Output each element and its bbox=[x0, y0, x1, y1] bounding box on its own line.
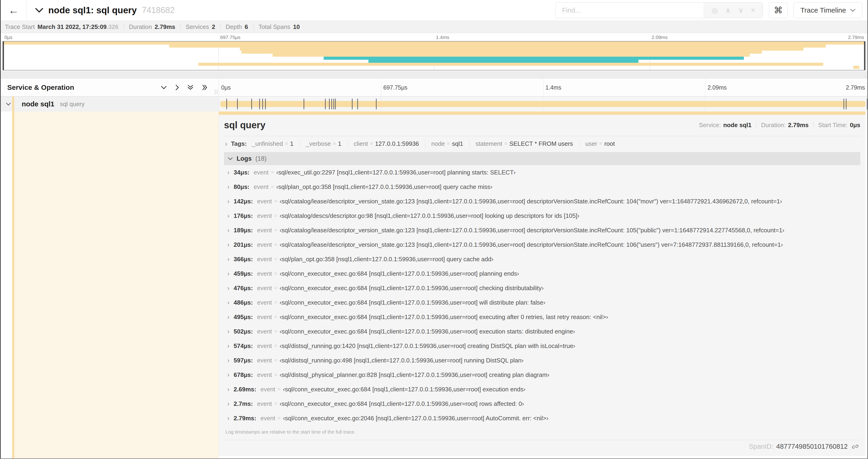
chevron-right-icon: › bbox=[227, 342, 229, 349]
collapse-trace-chevron-down-icon[interactable] bbox=[35, 8, 43, 13]
log-row[interactable]: ›476μs:event=‹sql/conn_executor_exec.go:… bbox=[224, 281, 860, 295]
log-field-value: ‹sql/plan_opt.go:358 [nsql1,client=127.0… bbox=[276, 183, 492, 191]
log-equals: = bbox=[274, 256, 277, 262]
log-equals: = bbox=[271, 169, 274, 175]
collapse-all-chevron-down-icon[interactable] bbox=[161, 86, 167, 89]
viewport-left-handle[interactable] bbox=[3, 41, 4, 70]
log-equals: = bbox=[274, 314, 277, 320]
tag-divider bbox=[300, 140, 300, 147]
log-field-value: ‹sql/conn_executor_exec.go:684 [nsql1,cl… bbox=[280, 285, 544, 292]
column-resize-handle[interactable] bbox=[215, 89, 217, 94]
summary-item: Trace Start March 31 2022, 17:25:09.326 bbox=[5, 23, 119, 31]
log-row[interactable]: ›495μs:event=‹sql/conn_executor_exec.go:… bbox=[224, 310, 860, 324]
locate-icon[interactable]: ◎ bbox=[711, 6, 718, 15]
chevron-right-icon: › bbox=[227, 299, 229, 306]
log-marker[interactable] bbox=[376, 99, 377, 109]
log-marker[interactable] bbox=[251, 99, 252, 109]
summary-divider bbox=[124, 24, 124, 30]
minimap-canvas[interactable] bbox=[3, 41, 865, 70]
view-selector-button[interactable]: Trace Timeline bbox=[794, 2, 862, 18]
log-timestamp: 2.69ms: bbox=[234, 386, 256, 393]
log-marker[interactable] bbox=[352, 99, 352, 109]
log-row[interactable]: ›502μs:event=‹sql/conn_executor_exec.go:… bbox=[224, 324, 860, 339]
log-timestamp: 459μs: bbox=[234, 270, 253, 277]
tag-item: statement=SELECT * FROM users bbox=[475, 140, 573, 147]
log-row[interactable]: ›34μs:event=‹sql/exec_util.go:2297 [nsql… bbox=[224, 165, 860, 179]
logs-accordian-header[interactable]: Logs (18) bbox=[224, 152, 860, 165]
deep-link-icon[interactable] bbox=[852, 443, 859, 450]
log-field-key: event bbox=[257, 328, 272, 335]
tags-accordian[interactable]: › Tags: _unfinished=1_verbose=1client=12… bbox=[224, 137, 860, 151]
summary-label: Duration bbox=[129, 23, 152, 31]
log-marker[interactable] bbox=[357, 99, 358, 109]
summary-item: Services 2 bbox=[186, 23, 215, 31]
next-match-icon[interactable]: ∨ bbox=[738, 6, 743, 15]
log-row[interactable]: ›142μs:event=‹sql/catalog/lease/descript… bbox=[224, 194, 860, 208]
view-selector-label: Trace Timeline bbox=[800, 6, 846, 14]
clear-search-icon[interactable]: × bbox=[751, 6, 755, 14]
log-field-value: ‹sql/catalog/descs/descriptor.go:98 [nsq… bbox=[280, 212, 579, 220]
span-collapse-chevron-down-icon[interactable] bbox=[6, 102, 11, 106]
log-field-key: event bbox=[260, 415, 275, 422]
find-input[interactable] bbox=[556, 3, 704, 18]
log-marker[interactable] bbox=[329, 99, 330, 109]
log-timestamp: 495μs: bbox=[234, 314, 253, 321]
log-marker[interactable] bbox=[325, 99, 326, 109]
expand-one-chevron-right-icon[interactable] bbox=[175, 85, 179, 91]
log-marker[interactable] bbox=[331, 99, 332, 109]
log-marker[interactable] bbox=[226, 99, 227, 109]
log-field-key: event bbox=[257, 357, 272, 364]
span-bar-cell[interactable] bbox=[219, 97, 867, 111]
timeline-grid-header: Service & Operation 0μs697.75μs1.4ms2.09… bbox=[1, 78, 867, 97]
chevron-right-icon: › bbox=[227, 328, 229, 335]
tag-equals: = bbox=[370, 141, 373, 147]
log-marker[interactable] bbox=[265, 99, 266, 109]
log-marker[interactable] bbox=[867, 99, 868, 109]
log-field-value: ‹sql/catalog/lease/descriptor_version_st… bbox=[280, 198, 782, 205]
viewport-right-handle[interactable] bbox=[864, 41, 865, 70]
log-row[interactable]: ›574μs:event=‹sql/distsql_running.go:142… bbox=[224, 339, 860, 353]
back-button[interactable]: ← bbox=[1, 0, 27, 21]
log-marker[interactable] bbox=[843, 99, 844, 109]
log-equals: = bbox=[274, 299, 277, 305]
log-marker[interactable] bbox=[259, 99, 260, 109]
log-marker[interactable] bbox=[335, 99, 336, 109]
tag-value: 1 bbox=[338, 140, 341, 147]
log-marker[interactable] bbox=[846, 99, 846, 109]
span-duration-bar[interactable] bbox=[220, 101, 865, 107]
log-row[interactable]: ›678μs:event=‹sql/distsql_physical_plann… bbox=[224, 368, 860, 382]
log-marker[interactable] bbox=[304, 99, 304, 109]
log-timestamp: 80μs: bbox=[234, 183, 249, 191]
log-row[interactable]: ›201μs:event=‹sql/catalog/lease/descript… bbox=[224, 237, 860, 252]
log-field-key: event bbox=[257, 212, 272, 220]
log-field-value: ‹sql/conn_executor_exec.go:684 [nsql1,cl… bbox=[280, 314, 608, 321]
log-row[interactable]: ›2.79ms:event=‹sql/conn_executor_exec.go… bbox=[224, 411, 860, 425]
log-row[interactable]: ›366μs:event=‹sql/plan_opt.go:358 [nsql1… bbox=[224, 252, 860, 266]
log-row[interactable]: ›80μs:event=‹sql/plan_opt.go:358 [nsql1,… bbox=[224, 179, 860, 194]
log-row[interactable]: ›176μs:event=‹sql/catalog/descs/descript… bbox=[224, 208, 860, 223]
log-row[interactable]: ›2.69ms:event=‹sql/conn_executor_exec.go… bbox=[224, 382, 860, 396]
collapse-all-double-chevron-down-icon[interactable] bbox=[187, 85, 193, 91]
log-marker[interactable] bbox=[262, 99, 263, 109]
log-row[interactable]: ›189μs:event=‹sql/catalog/lease/descript… bbox=[224, 223, 860, 237]
span-color-stripe bbox=[12, 97, 14, 111]
meta-divider bbox=[813, 122, 813, 128]
expand-all-double-chevron-right-icon[interactable] bbox=[202, 85, 208, 91]
prev-match-icon[interactable]: ∧ bbox=[725, 6, 731, 15]
log-row[interactable]: ›486μs:event=‹sql/conn_executor_exec.go:… bbox=[224, 295, 860, 310]
span-name-cell[interactable]: node sql1 sql query bbox=[1, 97, 219, 111]
log-marker[interactable] bbox=[237, 99, 238, 109]
log-row[interactable]: ›459μs:event=‹sql/conn_executor_exec.go:… bbox=[224, 266, 860, 281]
chevron-right-icon: › bbox=[227, 357, 229, 364]
chevron-right-icon: › bbox=[227, 212, 229, 219]
tag-item: _verbose=1 bbox=[306, 140, 341, 147]
log-row[interactable]: ›2.7ms:event=‹sql/conn_executor_exec.go:… bbox=[224, 396, 860, 411]
tag-item: client=127.0.0.1:59936 bbox=[354, 140, 419, 147]
keyboard-shortcuts-button[interactable]: ⌘ bbox=[769, 2, 787, 18]
summary-label: Services bbox=[186, 23, 209, 31]
log-field-value: ‹sql/exec_util.go:2297 [nsql1,client=127… bbox=[276, 169, 516, 176]
log-row[interactable]: ›597μs:event=‹sql/distsql_running.go:498… bbox=[224, 353, 860, 368]
log-marker[interactable] bbox=[334, 99, 334, 109]
log-field-value: ‹sql/conn_executor_exec.go:684 [nsql1,cl… bbox=[283, 386, 525, 393]
minimap-span-bar bbox=[198, 63, 823, 66]
